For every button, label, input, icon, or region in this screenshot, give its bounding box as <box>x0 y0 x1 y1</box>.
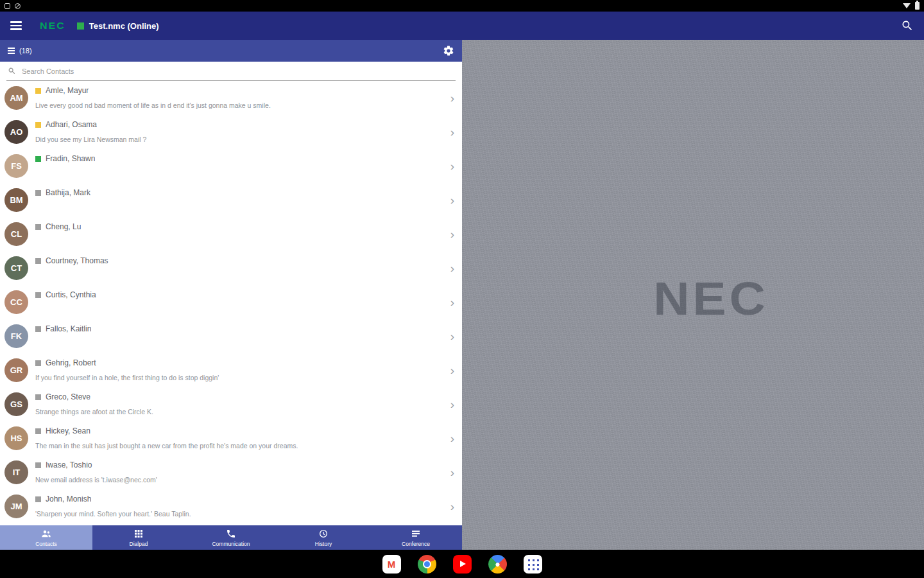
contact-row[interactable]: HS Hickey, Sean The man in the suit has … <box>0 421 462 455</box>
avatar: HS <box>4 426 28 450</box>
contact-name: Curtis, Cynthia <box>46 290 96 299</box>
presence-indicator <box>35 292 41 298</box>
contact-list: AM Amle, Mayur Live every good nd bad mo… <box>0 81 462 525</box>
chevron-right-icon: › <box>450 330 454 342</box>
presence-indicator <box>35 326 41 332</box>
chrome-icon[interactable] <box>418 555 436 574</box>
nec-watermark: NEC <box>653 272 769 326</box>
nec-logo: NEC <box>40 21 65 31</box>
search-contacts-icon <box>8 67 16 75</box>
tab-conference[interactable]: Conference <box>370 525 462 550</box>
gmail-icon[interactable]: M <box>382 555 401 574</box>
search-row <box>0 62 462 81</box>
tab-history[interactable]: History <box>277 525 370 550</box>
contact-name: Greco, Steve <box>46 392 90 401</box>
chevron-right-icon: › <box>450 126 454 138</box>
presence-indicator <box>35 88 41 94</box>
tab-communication[interactable]: Communication <box>185 525 277 550</box>
contact-name: Courtney, Thomas <box>46 256 108 265</box>
presence-indicator <box>35 428 41 434</box>
presence-indicator <box>35 258 41 264</box>
avatar: GS <box>4 392 28 416</box>
avatar: BM <box>4 188 28 212</box>
chevron-right-icon: › <box>450 500 454 512</box>
presence-indicator <box>35 360 41 366</box>
avatar: AM <box>4 86 28 110</box>
contact-row[interactable]: BM Bathija, Mark › <box>0 183 462 217</box>
avatar: CT <box>4 256 28 280</box>
history-icon <box>318 529 329 539</box>
search-contacts-input[interactable] <box>21 67 454 76</box>
contact-row[interactable]: CL Cheng, Lu › <box>0 217 462 251</box>
gear-icon[interactable] <box>443 45 454 57</box>
chevron-right-icon: › <box>450 364 454 376</box>
contact-status-message: Did you see my Lira Newsman mail ? <box>35 136 445 143</box>
contact-name: Hickey, Sean <box>46 426 90 435</box>
contacts-panel-header: (18) <box>0 40 462 62</box>
tab-contacts[interactable]: Contacts <box>0 525 92 550</box>
contact-row[interactable]: GS Greco, Steve Strange things are afoot… <box>0 387 462 421</box>
chevron-right-icon: › <box>450 262 454 274</box>
contact-row[interactable]: AM Amle, Mayur Live every good nd bad mo… <box>0 81 462 115</box>
avatar: AO <box>4 120 28 144</box>
photos-icon[interactable] <box>484 550 510 577</box>
chevron-right-icon: › <box>450 296 454 308</box>
contacts-count: (18) <box>19 47 32 55</box>
avatar: CL <box>4 222 28 246</box>
presence-indicator <box>35 394 41 400</box>
contact-status-message: The man in the suit has just bought a ne… <box>35 442 445 450</box>
chevron-right-icon: › <box>450 92 454 104</box>
list-icon <box>8 48 15 53</box>
dnd-icon <box>15 3 21 9</box>
contact-row[interactable]: CC Curtis, Cynthia › <box>0 285 462 319</box>
contact-name: Cheng, Lu <box>46 222 81 231</box>
presence-indicator <box>35 122 41 128</box>
phone-icon <box>226 529 236 539</box>
presence-indicator <box>35 190 41 196</box>
contact-status-message: New email address is 't.iwase@nec.com' <box>35 476 445 484</box>
contact-name: Iwase, Toshio <box>46 460 92 469</box>
contact-status-message: Strange things are afoot at the Circle K… <box>35 408 445 416</box>
avatar: GR <box>4 358 28 382</box>
contact-row[interactable]: FK Fallos, Kaitlin › <box>0 319 462 353</box>
bottom-tab-bar: Contacts Dialpad Communication History <box>0 525 462 550</box>
main-split: (18) AM Amle, Mayur Live every good nd b… <box>0 40 924 550</box>
contact-row[interactable]: JM John, Monish 'Sharpen your mind. Soft… <box>0 489 462 523</box>
presence-indicator <box>35 224 41 230</box>
contact-name: Fallos, Kaitlin <box>46 324 91 333</box>
contact-name: Bathija, Mark <box>46 188 90 197</box>
android-status-bar <box>0 0 924 12</box>
chevron-right-icon: › <box>450 398 454 410</box>
contact-name: Fradin, Shawn <box>46 154 95 163</box>
battery-icon <box>915 2 920 10</box>
presence-indicator <box>35 462 41 468</box>
contacts-panel: (18) AM Amle, Mayur Live every good nd b… <box>0 40 462 550</box>
dialpad-icon <box>133 529 144 539</box>
conference-icon <box>411 529 421 539</box>
contact-row[interactable]: IT Iwase, Toshio New email address is 't… <box>0 455 462 489</box>
chevron-right-icon: › <box>450 432 454 444</box>
avatar: CC <box>4 290 28 314</box>
presence-indicator <box>35 156 41 162</box>
avatar: FK <box>4 324 28 348</box>
contact-row[interactable]: GR Gehrig, Robert If you find yourself i… <box>0 353 462 387</box>
contact-status-message: Live every good nd bad moment of life as… <box>35 101 445 109</box>
search-icon[interactable] <box>901 19 914 32</box>
contact-row[interactable]: CT Courtney, Thomas › <box>0 251 462 285</box>
screenshot-icon <box>4 3 10 9</box>
youtube-icon[interactable] <box>453 555 472 574</box>
contact-row[interactable]: FS Fradin, Shawn › <box>0 149 462 183</box>
chevron-right-icon: › <box>450 194 454 206</box>
chevron-right-icon: › <box>450 466 454 478</box>
android-dock: M <box>0 550 924 578</box>
account-title: Test.nmc (Online) <box>89 21 159 31</box>
menu-icon[interactable] <box>10 21 22 30</box>
contact-status-message: If you find yourself in a hole, the firs… <box>35 374 445 381</box>
contact-name: Amle, Mayur <box>46 86 89 95</box>
contact-name: Adhari, Osama <box>46 120 97 129</box>
apps-grid-icon[interactable] <box>524 555 542 574</box>
contact-name: Gehrig, Robert <box>46 358 96 367</box>
contact-row[interactable]: AO Adhari, Osama Did you see my Lira New… <box>0 115 462 149</box>
app-bar: NEC Test.nmc (Online) <box>0 12 924 40</box>
tab-dialpad[interactable]: Dialpad <box>92 525 185 550</box>
